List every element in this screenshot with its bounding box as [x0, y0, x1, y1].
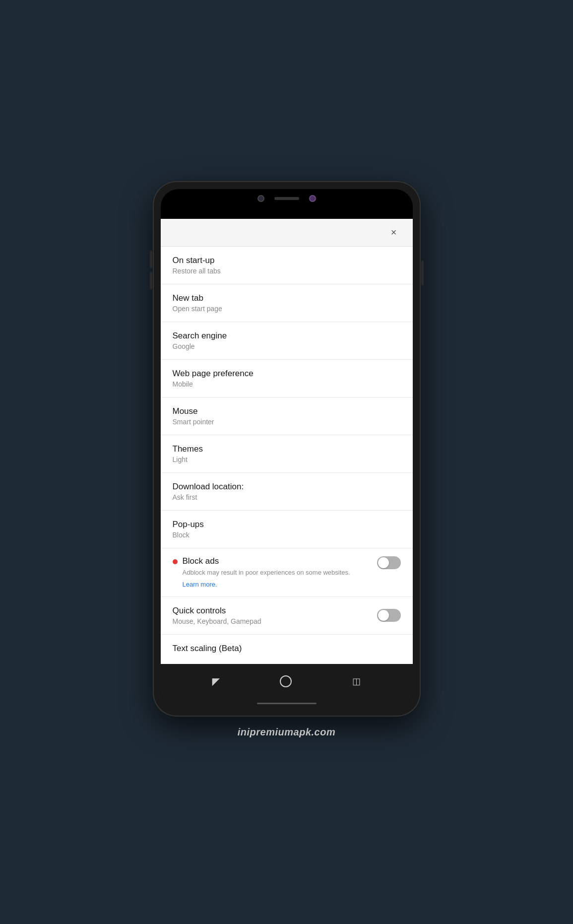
popups-subtitle: Block [173, 531, 401, 539]
block-ads-title: Block ads [183, 556, 372, 566]
on-startup-title: On start-up [173, 256, 401, 265]
toggle-knob-quick [378, 610, 389, 621]
themes-subtitle: Light [173, 456, 401, 463]
learn-more-link[interactable]: Learn more. [183, 581, 217, 588]
notch [242, 189, 331, 208]
watermark: inipremiumapk.com [238, 726, 335, 738]
bottom-navigation: ◥ ◫ [161, 664, 413, 699]
settings-modal: × On start-up Restore all tabs New tab [161, 219, 413, 663]
new-tab-subtitle: Open start page [173, 305, 401, 313]
screen-content: × On start-up Restore all tabs New tab [161, 219, 413, 663]
modal-header: × [161, 219, 413, 247]
settings-item-quick-controls[interactable]: Quick controls Mouse, Keyboard, Gamepad [161, 597, 413, 635]
web-page-preference-subtitle: Mobile [173, 380, 401, 388]
earpiece-speaker [274, 197, 299, 200]
home-button[interactable] [280, 675, 292, 687]
settings-item-on-startup[interactable]: On start-up Restore all tabs [161, 247, 413, 284]
search-engine-subtitle: Google [173, 342, 401, 350]
quick-controls-subtitle: Mouse, Keyboard, Gamepad [173, 617, 377, 625]
popups-title: Pop-ups [173, 520, 401, 529]
volume-up-button [150, 251, 152, 268]
download-location-subtitle: Ask first [173, 493, 401, 501]
settings-item-mouse[interactable]: Mouse Smart pointer [161, 397, 413, 435]
block-ads-toggle[interactable] [377, 556, 401, 569]
block-ads-description: Adblock may result in poor experiences o… [183, 568, 372, 577]
settings-list: On start-up Restore all tabs New tab Ope… [161, 247, 413, 663]
text-scaling-title: Text scaling (Beta) [173, 644, 401, 654]
close-button[interactable]: × [385, 224, 403, 242]
toggle-knob [378, 557, 389, 568]
mouse-subtitle: Smart pointer [173, 418, 401, 426]
phone-device: × On start-up Restore all tabs New tab [153, 181, 421, 716]
settings-item-text-scaling[interactable]: Text scaling (Beta) [161, 635, 413, 664]
volume-down-button [150, 272, 152, 289]
settings-item-download-location[interactable]: Download location: Ask first [161, 473, 413, 511]
quick-controls-toggle[interactable] [377, 609, 401, 622]
settings-item-search-engine[interactable]: Search engine Google [161, 322, 413, 360]
search-engine-title: Search engine [173, 331, 401, 341]
front-camera-dot [257, 195, 264, 202]
phone-top-bar [161, 189, 413, 219]
settings-item-block-ads[interactable]: Block ads Adblock may result in poor exp… [161, 548, 413, 596]
settings-item-themes[interactable]: Themes Light [161, 435, 413, 473]
recent-apps-button[interactable]: ◫ [348, 672, 365, 691]
new-tab-title: New tab [173, 293, 401, 303]
settings-item-popups[interactable]: Pop-ups Block [161, 511, 413, 548]
camera-purple-dot [309, 195, 316, 202]
phone-screen: × On start-up Restore all tabs New tab [161, 189, 413, 708]
power-button [421, 261, 424, 285]
volume-buttons-side [150, 251, 152, 289]
power-button-side [421, 261, 424, 285]
quick-controls-title: Quick controls [173, 606, 377, 616]
web-page-preference-title: Web page preference [173, 369, 401, 379]
on-startup-subtitle: Restore all tabs [173, 267, 401, 275]
settings-item-web-page-preference[interactable]: Web page preference Mobile [161, 360, 413, 397]
back-button[interactable]: ◥ [208, 671, 224, 691]
themes-title: Themes [173, 444, 401, 454]
mouse-title: Mouse [173, 406, 401, 416]
bottom-indicator-bar [161, 699, 413, 709]
download-location-title: Download location: [173, 482, 401, 492]
block-ads-red-dot [173, 559, 178, 564]
settings-item-new-tab[interactable]: New tab Open start page [161, 284, 413, 322]
